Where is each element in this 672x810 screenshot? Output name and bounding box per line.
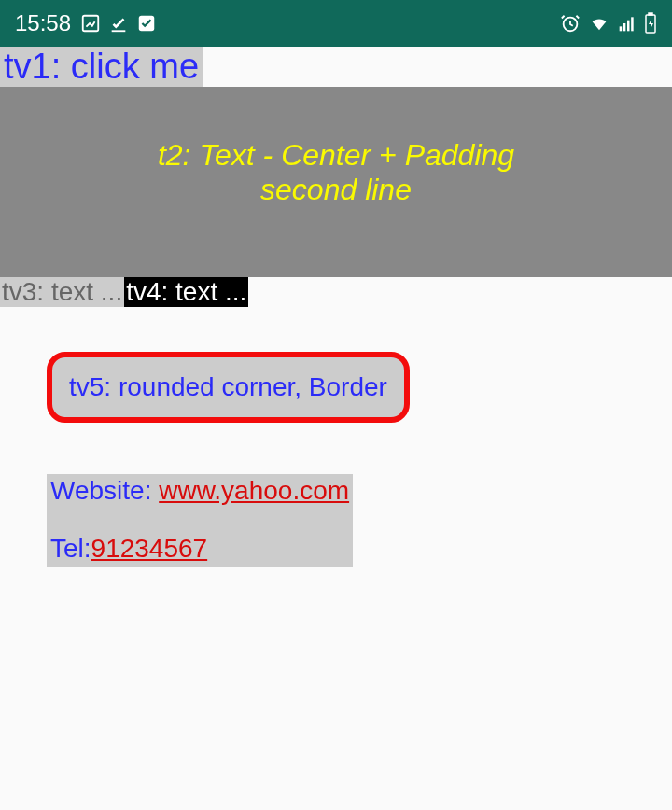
row-tv3-tv4: tv3: text ...tv4: text ... — [0, 277, 672, 307]
tv6-tel-line: Tel:91234567 — [50, 534, 349, 564]
download-done-icon — [108, 13, 129, 34]
status-left: 15:58 — [15, 10, 157, 36]
website-label: Website: — [50, 476, 159, 505]
tv4-text: tv4: text ... — [124, 277, 248, 307]
tv2-center-padding: t2: Text - Center + Padding second line — [0, 87, 672, 277]
status-time: 15:58 — [15, 10, 71, 36]
svg-rect-4 — [620, 26, 623, 31]
tel-label: Tel: — [50, 534, 91, 563]
image-icon — [80, 13, 101, 34]
tv2-line2: second line — [19, 173, 653, 207]
spacer — [0, 423, 672, 474]
alarm-icon — [560, 13, 581, 34]
svg-rect-9 — [649, 13, 652, 15]
status-bar: 15:58 — [0, 0, 672, 47]
wifi-icon — [588, 13, 610, 34]
tv3-text: tv3: text ... — [0, 277, 124, 307]
spacer — [0, 307, 672, 352]
tv5-wrapper: tv5: rounded corner, Border — [47, 352, 672, 423]
svg-rect-1 — [112, 30, 126, 32]
status-icons-left — [80, 13, 157, 34]
tv5-rounded-border: tv5: rounded corner, Border — [47, 352, 410, 423]
tv6-website-line: Website: www.yahoo.com — [50, 476, 349, 506]
svg-rect-6 — [627, 21, 630, 32]
status-icons-right — [560, 12, 657, 35]
tv2-line1: t2: Text - Center + Padding — [158, 138, 514, 172]
battery-charging-icon — [644, 12, 657, 35]
spacer — [50, 506, 349, 534]
signal-icon — [618, 14, 637, 33]
tel-link[interactable]: 91234567 — [91, 534, 208, 563]
svg-rect-7 — [631, 17, 634, 31]
checkbox-icon — [136, 13, 157, 34]
tv6-autolink-block: Website: www.yahoo.com Tel:91234567 — [47, 474, 353, 567]
svg-rect-5 — [623, 23, 626, 31]
website-link[interactable]: www.yahoo.com — [159, 476, 349, 505]
tv1-click-me[interactable]: tv1: click me — [0, 47, 203, 87]
